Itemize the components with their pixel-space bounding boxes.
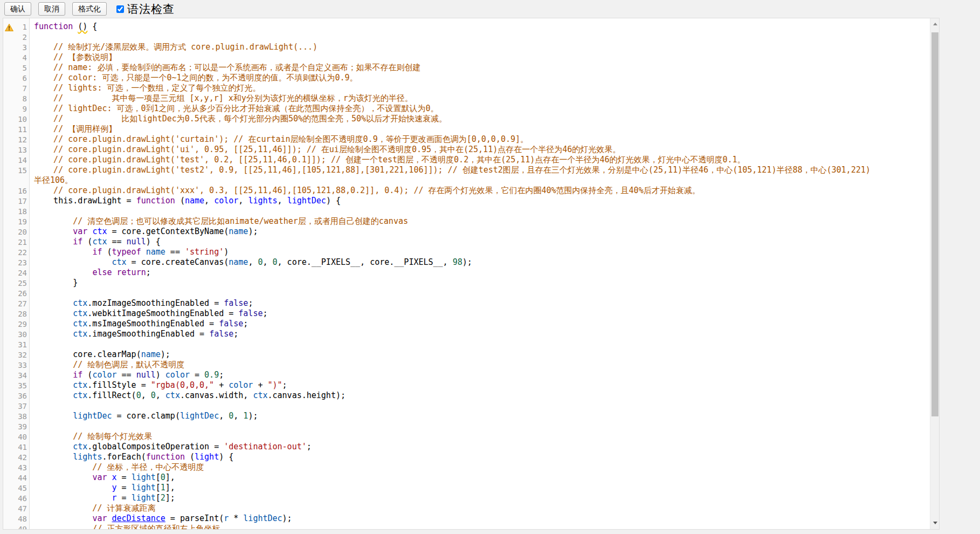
code-line-text[interactable]: 半径106。 [30, 175, 73, 186]
code-line[interactable]: 49 // 正方形区域的直径和左上角坐标 [3, 524, 930, 529]
code-line[interactable]: 12 // core.plugin.drawLight('curtain'); … [3, 134, 930, 145]
code-line[interactable]: 35 ctx.fillStyle = "rgba(0,0,0," + color… [3, 380, 930, 391]
code-line-text[interactable]: r = light[2]; [30, 493, 175, 503]
code-line-text[interactable]: var x = light[0], [30, 473, 175, 483]
code-line-text[interactable]: // 比如lightDec为0.5代表，每个灯光部分内圈50%的范围全亮，50%… [30, 114, 447, 124]
code-line-text[interactable] [30, 421, 34, 432]
code-line[interactable]: 21 if (ctx == null) { [3, 237, 930, 247]
code-line-text[interactable]: // 绘制色调层，默认不透明度 [30, 360, 184, 370]
code-line[interactable]: 34 if (color == null) color = 0.9; [3, 370, 930, 380]
code-area[interactable]: 1function () {23 // 绘制灯光/漆黑层效果。调用方式 core… [3, 18, 930, 529]
code-line[interactable]: 24 else return; [3, 268, 930, 278]
code-line[interactable]: 44 var x = light[0], [3, 473, 930, 483]
code-line[interactable]: 4 // 【参数说明】 [3, 52, 930, 63]
code-line-text[interactable] [30, 339, 34, 350]
code-line[interactable]: 38 lightDec = core.clamp(lightDec, 0, 1)… [3, 411, 930, 421]
code-line-text[interactable]: ctx.globalCompositeOperation = 'destinat… [30, 442, 312, 452]
code-line-text[interactable]: ctx = core.createCanvas(name, 0, 0, core… [30, 257, 472, 268]
code-line-text[interactable]: // core.plugin.drawLight('test', 0.2, [[… [30, 155, 746, 165]
code-line-text[interactable]: // 【参数说明】 [30, 52, 116, 63]
code-line[interactable]: 半径106。 [3, 175, 930, 186]
code-editor[interactable]: 1function () {23 // 绘制灯光/漆黑层效果。调用方式 core… [3, 18, 940, 530]
code-line[interactable]: 23 ctx = core.createCanvas(name, 0, 0, c… [3, 257, 930, 268]
code-line[interactable]: 17 this.drawLight = function (name, colo… [3, 196, 930, 206]
code-line[interactable]: 11 // 【调用样例】 [3, 124, 930, 134]
code-line[interactable]: 32 core.clearMap(name); [3, 350, 930, 360]
code-line[interactable]: 2 [3, 32, 930, 42]
code-line[interactable]: 20 var ctx = core.getContextByName(name)… [3, 227, 930, 237]
code-line[interactable]: 15 // core.plugin.drawLight('test2', 0.9… [3, 165, 930, 175]
scroll-down-button[interactable] [930, 517, 940, 528]
code-line-text[interactable]: y = light[1], [30, 483, 175, 493]
code-line[interactable]: 27 ctx.mozImageSmoothingEnabled = false; [3, 298, 930, 309]
code-line[interactable]: 45 y = light[1], [3, 483, 930, 493]
code-line-text[interactable]: lights.forEach(function (light) { [30, 452, 233, 462]
code-line[interactable]: 41 ctx.globalCompositeOperation = 'desti… [3, 442, 930, 452]
code-line-text[interactable]: // lightDec: 可选，0到1之间，光从多少百分比才开始衰减（在此范围内… [30, 104, 439, 114]
code-line[interactable]: 46 r = light[2]; [3, 493, 930, 503]
code-line[interactable]: 19 // 清空色调层；也可以修改成其它层比如animate/weather层，… [3, 216, 930, 227]
code-line[interactable]: 22 if (typeof name == 'string') [3, 247, 930, 257]
code-line-text[interactable]: this.drawLight = function (name, color, … [30, 196, 341, 206]
code-line[interactable]: 18 [3, 206, 930, 216]
code-line[interactable]: 8 // 其中每一项是三元组 [x,y,r] x和y分别为该灯光的横纵坐标，r为… [3, 93, 930, 104]
code-line[interactable]: 29 ctx.msImageSmoothingEnabled = false; [3, 319, 930, 329]
code-line-text[interactable]: ctx.msImageSmoothingEnabled = false; [30, 319, 248, 329]
code-line[interactable]: 31 [3, 339, 930, 350]
syntax-check-checkbox[interactable] [116, 5, 124, 13]
code-line-text[interactable]: ctx.webkitImageSmoothingEnabled = false; [30, 309, 268, 319]
code-line-text[interactable]: lightDec = core.clamp(lightDec, 0, 1); [30, 411, 258, 421]
code-line[interactable]: 1function () { [3, 22, 930, 32]
code-line[interactable]: 13 // core.plugin.drawLight('ui', 0.95, … [3, 145, 930, 155]
code-line-text[interactable]: ctx.imageSmoothingEnabled = false; [30, 329, 238, 339]
code-line[interactable]: 40 // 绘制每个灯光效果 [3, 432, 930, 442]
code-line[interactable]: 6 // color: 可选，只能是一个0~1之间的数，为不透明度的值。不填则默… [3, 73, 930, 83]
code-line-text[interactable]: // color: 可选，只能是一个0~1之间的数，为不透明度的值。不填则默认为… [30, 73, 358, 83]
code-line-text[interactable]: var decDistance = parseInt(r * lightDec)… [30, 514, 292, 524]
code-line[interactable]: 43 // 坐标，半径，中心不透明度 [3, 462, 930, 473]
format-button[interactable]: 格式化 [72, 2, 107, 16]
code-line-text[interactable]: // 清空色调层；也可以修改成其它层比如animate/weather层，或者用… [30, 216, 408, 227]
code-line[interactable]: 3 // 绘制灯光/漆黑层效果。调用方式 core.plugin.drawLig… [3, 42, 930, 52]
code-line[interactable]: 36 ctx.fillRect(0, 0, ctx.canvas.width, … [3, 391, 930, 401]
code-line-text[interactable]: ctx.fillStyle = "rgba(0,0,0," + color + … [30, 380, 287, 391]
code-line-text[interactable]: // core.plugin.drawLight('ui', 0.95, [[2… [30, 145, 620, 155]
code-line-text[interactable]: // 坐标，半径，中心不透明度 [30, 462, 204, 473]
code-line-text[interactable]: // 正方形区域的直径和左上角坐标 [30, 524, 220, 529]
code-line-text[interactable] [30, 32, 34, 42]
code-line-text[interactable] [30, 401, 34, 411]
scroll-up-button[interactable] [930, 18, 940, 29]
code-line-text[interactable]: // core.plugin.drawLight('xxx', 0.3, [[2… [30, 186, 700, 196]
code-line[interactable]: 39 [3, 421, 930, 432]
code-line-text[interactable]: ctx.mozImageSmoothingEnabled = false; [30, 298, 253, 309]
code-line-text[interactable]: // 绘制每个灯光效果 [30, 432, 152, 442]
code-line-text[interactable]: // core.plugin.drawLight('test2', 0.9, [… [30, 165, 871, 175]
code-line-text[interactable]: // 计算衰减距离 [30, 503, 155, 514]
code-line-text[interactable]: ctx.fillRect(0, 0, ctx.canvas.width, ctx… [30, 391, 346, 401]
cancel-button[interactable]: 取消 [38, 2, 65, 16]
code-line-text[interactable]: // 其中每一项是三元组 [x,y,r] x和y分别为该灯光的横纵坐标，r为该灯… [30, 93, 413, 104]
code-line[interactable]: 5 // name: 必填，要绘制到的画布名；可以是一个系统画布，或者是个自定义… [3, 63, 930, 73]
code-line-text[interactable]: core.clearMap(name); [30, 350, 170, 360]
code-line[interactable]: 42 lights.forEach(function (light) { [3, 452, 930, 462]
code-line[interactable]: 9 // lightDec: 可选，0到1之间，光从多少百分比才开始衰减（在此范… [3, 104, 930, 114]
code-line[interactable]: 37 [3, 401, 930, 411]
code-line-text[interactable]: if (typeof name == 'string') [30, 247, 229, 257]
code-line-text[interactable] [30, 288, 34, 298]
code-line-text[interactable]: var ctx = core.getContextByName(name); [30, 227, 258, 237]
vertical-scrollbar[interactable] [930, 18, 939, 529]
code-line[interactable]: 10 // 比如lightDec为0.5代表，每个灯光部分内圈50%的范围全亮，… [3, 114, 930, 124]
code-line[interactable]: 30 ctx.imageSmoothingEnabled = false; [3, 329, 930, 339]
code-line-text[interactable]: // lights: 可选，一个数组，定义了每个独立的灯光。 [30, 83, 260, 93]
code-line-text[interactable]: function () { [30, 22, 97, 32]
code-line-text[interactable]: // name: 必填，要绘制到的画布名；可以是一个系统画布，或者是个自定义画布… [30, 63, 420, 73]
code-line[interactable]: 25 } [3, 278, 930, 288]
scrollbar-thumb[interactable] [931, 32, 938, 416]
code-line-text[interactable] [30, 206, 34, 216]
code-line-text[interactable]: } [30, 278, 78, 288]
code-line-text[interactable]: else return; [30, 268, 151, 278]
code-line-text[interactable]: // core.plugin.drawLight('curtain'); // … [30, 134, 528, 145]
code-line-text[interactable]: if (color == null) color = 0.9; [30, 370, 224, 380]
code-line[interactable]: 16 // core.plugin.drawLight('xxx', 0.3, … [3, 186, 930, 196]
code-line-text[interactable]: if (ctx == null) { [30, 237, 161, 247]
